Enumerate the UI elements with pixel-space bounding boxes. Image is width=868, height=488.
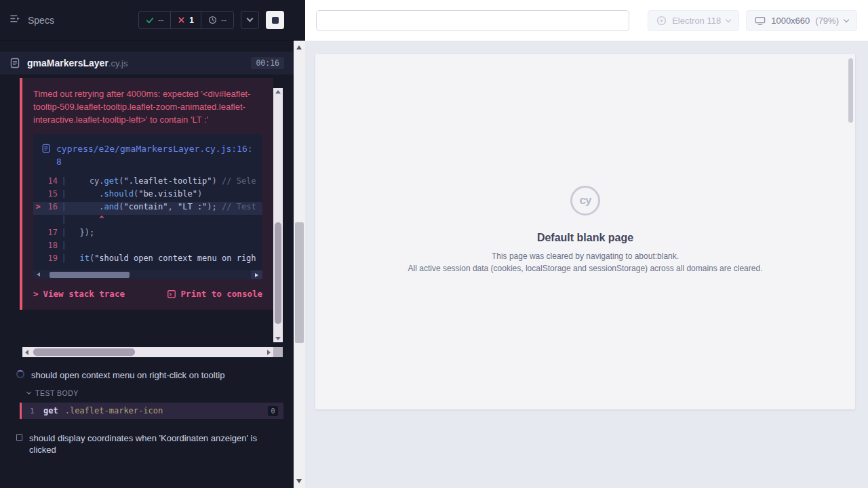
- cypress-logo: cy: [570, 186, 600, 216]
- test-stats: -- 1 --: [138, 11, 234, 29]
- code-scrollbar-thumb[interactable]: [50, 272, 130, 278]
- stop-tests-button[interactable]: [266, 11, 284, 29]
- scroll-down-icon[interactable]: [275, 337, 281, 340]
- electron-browser-icon: [656, 16, 667, 26]
- error-actions: > View stack trace Print to console: [33, 289, 262, 299]
- aut-iframe: cy Default blank page This page was clea…: [315, 54, 855, 409]
- command-number: 1: [30, 407, 43, 415]
- view-stack-trace-button[interactable]: > View stack trace: [33, 289, 125, 299]
- command-log-row[interactable]: 1 get .leaflet-marker-icon 0: [20, 403, 283, 419]
- browser-name-label: Electron 118: [672, 16, 721, 26]
- passed-count: --: [158, 16, 163, 25]
- reporter-horizontal-scrollbar[interactable]: [22, 347, 273, 357]
- code-line: | ^: [33, 215, 262, 228]
- blank-page-line2: All active session data (cookies, localS…: [408, 264, 763, 273]
- spec-name[interactable]: gmaMarkersLayer.cy.js: [27, 57, 128, 69]
- command-method: get: [43, 406, 58, 415]
- browser-pane: Electron 118 1000x660 (79%) cy Default b…: [305, 0, 868, 488]
- blank-page-title: Default blank page: [408, 232, 763, 244]
- spec-name-text: gmaMarkersLayer: [27, 58, 108, 68]
- viewport-zoom-label: (79%): [815, 16, 839, 26]
- scroll-left-icon[interactable]: [25, 350, 28, 355]
- vertical-scrollbar-thumb[interactable]: [275, 222, 281, 324]
- scroll-right-button[interactable]: [251, 270, 262, 279]
- failed-count: 1: [189, 16, 194, 25]
- collapse-reporter-button[interactable]: [241, 11, 259, 29]
- test-body-toggle[interactable]: TEST BODY: [27, 389, 79, 397]
- viewport-selector[interactable]: 1000x660 (79%): [746, 10, 857, 31]
- error-panel: Timed out retrying after 4000ms: expecte…: [20, 78, 273, 310]
- aut-stage: cy Default blank page This page was clea…: [305, 41, 868, 488]
- command-count-badge: 0: [268, 406, 278, 416]
- print-to-console-button[interactable]: Print to console: [167, 289, 262, 299]
- command-message: .leaflet-marker-icon: [65, 406, 268, 415]
- code-frame-file-link[interactable]: cypress/e2e/gmaMarkersLayer.cy.js:16:8: [33, 134, 262, 174]
- app-scrollbar[interactable]: [294, 41, 305, 488]
- scroll-down-icon[interactable]: [296, 479, 302, 483]
- scroll-up-icon[interactable]: [296, 45, 302, 49]
- viewport-size-label: 1000x660: [771, 16, 810, 26]
- clock-icon: [208, 16, 217, 24]
- file-link-text: cypress/e2e/gmaMarkersLayer.cy.js:16:8: [56, 142, 254, 168]
- scroll-left-icon[interactable]: [37, 272, 40, 277]
- scrollbar-corner: [273, 347, 283, 357]
- stop-icon: [272, 17, 279, 24]
- print-to-console-label: Print to console: [181, 289, 262, 299]
- blank-page-line1: This page was cleared by navigating to a…: [408, 251, 763, 261]
- pending-count: --: [221, 16, 226, 25]
- url-input[interactable]: [316, 10, 629, 31]
- x-icon: [178, 16, 185, 24]
- stat-passed: --: [139, 12, 170, 28]
- running-spinner-icon: [16, 370, 24, 378]
- chevron-down-icon: [247, 16, 254, 22]
- pending-square-icon: [16, 434, 22, 441]
- browser-url-bar: Electron 118 1000x660 (79%): [305, 0, 868, 41]
- cypress-reporter: Specs -- 1 --: [0, 0, 305, 488]
- stat-pending: --: [201, 12, 233, 28]
- spec-duration: 00:16: [251, 57, 284, 69]
- reporter-vertical-scrollbar[interactable]: [273, 88, 283, 342]
- stack-trace-chevron: >: [33, 289, 39, 299]
- check-icon: [146, 16, 154, 24]
- reporter-header: Specs -- 1 --: [0, 0, 294, 41]
- test-title: should open context menu on right-click …: [31, 369, 224, 381]
- chevron-down-icon: [844, 16, 849, 22]
- stat-failed: 1: [170, 12, 201, 28]
- console-icon: [167, 289, 176, 299]
- file-icon: [41, 144, 51, 153]
- test-body-label: TEST BODY: [35, 389, 79, 397]
- code-line: 18|: [33, 241, 262, 253]
- code-line: 19| it("should open context menu on righ: [33, 253, 262, 266]
- view-stack-trace-label: View stack trace: [43, 289, 125, 299]
- code-line: 15| .should("be.visible"): [33, 189, 262, 202]
- code-horizontal-scrollbar[interactable]: [33, 270, 262, 279]
- viewport-icon: [755, 16, 766, 26]
- specs-list-icon[interactable]: [9, 13, 21, 27]
- code-lines: 14| cy.get(".leaflet-tooltip") // Sele15…: [33, 174, 262, 270]
- code-frame: cypress/e2e/gmaMarkersLayer.cy.js:16:8 1…: [33, 134, 262, 279]
- test-title: should display coordinates when 'Koordin…: [29, 432, 260, 455]
- app-scrollbar-thumb[interactable]: [295, 222, 304, 343]
- scroll-up-icon[interactable]: [275, 90, 281, 94]
- aut-scrollbar-thumb[interactable]: [848, 58, 853, 123]
- spec-ext-text: .cy.js: [108, 58, 128, 68]
- error-message: Timed out retrying after 4000ms: expecte…: [33, 87, 262, 126]
- browser-selector[interactable]: Electron 118: [648, 10, 739, 31]
- specs-label[interactable]: Specs: [28, 15, 54, 26]
- blank-page-content: cy Default blank page This page was clea…: [408, 186, 763, 273]
- spec-file-icon: [9, 58, 20, 68]
- chevron-down-icon: [726, 16, 731, 22]
- horizontal-scrollbar-thumb[interactable]: [33, 348, 135, 356]
- code-line: 14| cy.get(".leaflet-tooltip") // Sele: [33, 176, 262, 189]
- scroll-right-icon: [255, 273, 258, 277]
- chevron-down-icon: [26, 390, 31, 394]
- scroll-right-icon[interactable]: [267, 350, 271, 355]
- code-line: >16| .and("contain", "LT :"); // Test: [33, 202, 262, 215]
- spec-header: gmaMarkersLayer.cy.js 00:16: [0, 51, 294, 75]
- code-line: 17| });: [33, 228, 262, 241]
- test-item-pending[interactable]: should display coordinates when 'Koordin…: [16, 432, 260, 455]
- test-item-running[interactable]: should open context menu on right-click …: [16, 369, 288, 381]
